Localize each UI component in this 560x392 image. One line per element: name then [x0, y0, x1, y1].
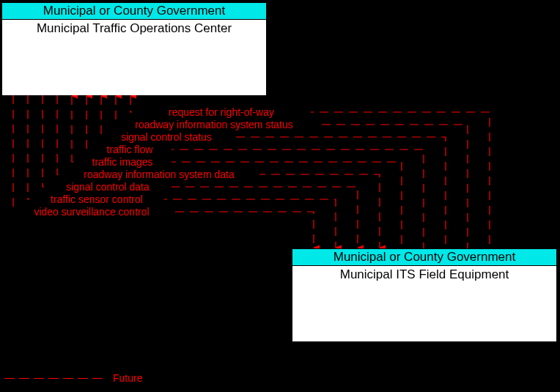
legend: Future: [4, 372, 142, 384]
flow-label: signal control data: [44, 182, 172, 192]
flow-label: video surveillance control: [13, 207, 170, 217]
flow-label: traffic sensor control: [29, 194, 164, 204]
legend-line-icon: [4, 378, 103, 379]
diagram-canvas: Municipal or County Government Municipal…: [0, 0, 560, 392]
flow-label: roadway information system status: [110, 119, 318, 130]
flow-label: request for right-of-way: [132, 107, 311, 117]
flow-label: signal control status: [103, 132, 230, 142]
legend-label: Future: [113, 372, 142, 384]
flow-label: traffic flow: [88, 144, 172, 155]
node-field-equipment-body: Municipal ITS Field Equipment: [292, 266, 556, 341]
flow-label: roadway information system data: [59, 169, 259, 180]
node-field-equipment-header: Municipal or County Government: [292, 249, 556, 266]
node-ops-center-header: Municipal or County Government: [2, 3, 266, 20]
node-ops-center-body: Municipal Traffic Operations Center: [2, 20, 266, 95]
flow-label: traffic images: [73, 157, 172, 167]
node-ops-center: Municipal or County Government Municipal…: [1, 2, 267, 95]
node-field-equipment: Municipal or County Government Municipal…: [292, 248, 557, 341]
